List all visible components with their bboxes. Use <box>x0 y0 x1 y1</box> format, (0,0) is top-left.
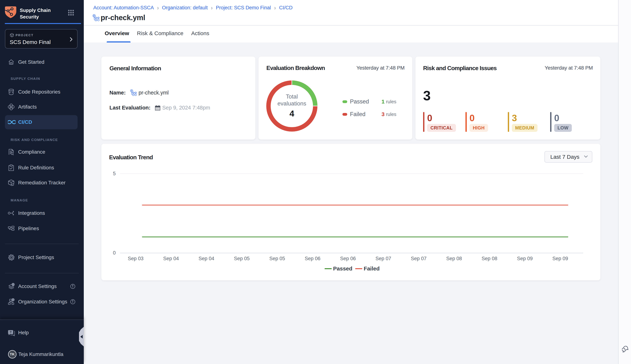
svg-text:?: ? <box>10 330 12 334</box>
